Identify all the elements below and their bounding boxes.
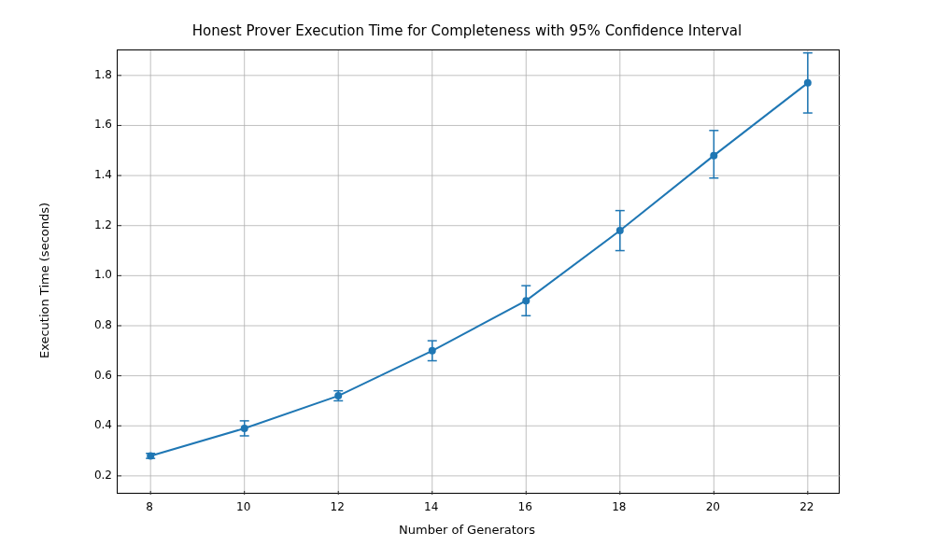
svg-point-46 xyxy=(616,227,624,234)
y-tick-label: 1.0 xyxy=(65,268,112,281)
svg-point-47 xyxy=(710,152,717,160)
y-tick-label: 0.6 xyxy=(65,369,112,382)
x-tick-label: 12 xyxy=(331,500,345,513)
chart-figure: Honest Prover Execution Time for Complet… xyxy=(0,0,934,560)
svg-point-48 xyxy=(804,79,812,87)
y-axis-label: Execution Time (seconds) xyxy=(35,0,54,560)
x-tick-label: 16 xyxy=(518,500,532,513)
y-tick-label: 1.2 xyxy=(65,218,112,231)
svg-point-45 xyxy=(522,297,530,304)
x-tick-label: 14 xyxy=(424,500,438,513)
x-axis-label: Number of Generators xyxy=(0,523,934,537)
y-tick-label: 1.4 xyxy=(65,168,112,181)
y-tick-label: 0.8 xyxy=(65,318,112,331)
chart-title: Honest Prover Execution Time for Complet… xyxy=(0,22,934,39)
x-tick-label: 20 xyxy=(706,500,720,513)
x-tick-label: 8 xyxy=(146,500,153,513)
y-tick-label: 0.2 xyxy=(65,469,112,482)
x-tick-label: 22 xyxy=(800,500,814,513)
plot-area xyxy=(117,49,840,494)
svg-point-44 xyxy=(429,347,436,355)
y-tick-label: 0.4 xyxy=(65,418,112,431)
x-tick-label: 10 xyxy=(236,500,250,513)
svg-point-43 xyxy=(334,392,342,399)
x-tick-label: 18 xyxy=(612,500,626,513)
svg-point-42 xyxy=(241,425,248,432)
y-tick-label: 1.8 xyxy=(65,68,112,81)
plot-svg xyxy=(118,50,841,495)
y-tick-label: 1.6 xyxy=(65,118,112,131)
y-axis-label-text: Execution Time (seconds) xyxy=(38,202,52,357)
svg-point-41 xyxy=(147,452,154,459)
